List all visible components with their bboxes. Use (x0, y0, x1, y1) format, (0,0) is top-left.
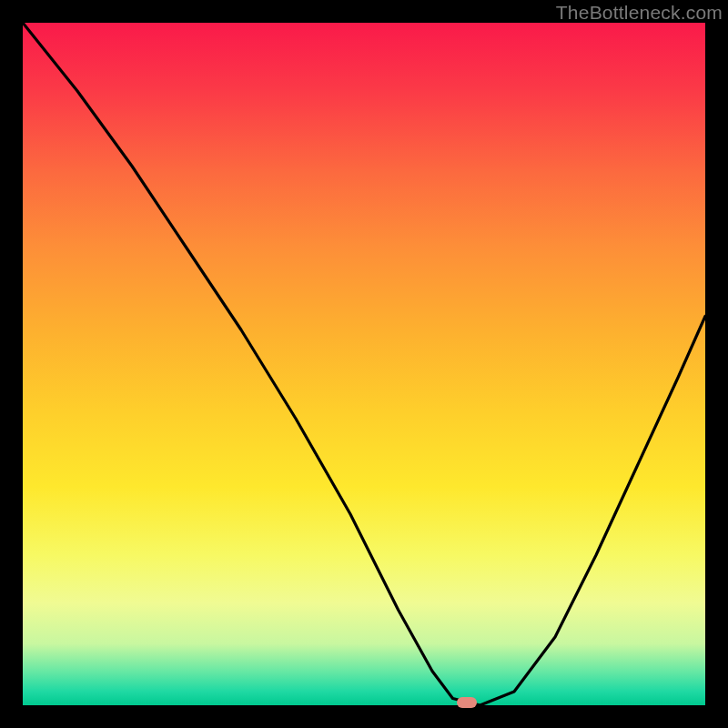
attribution-text: TheBottleneck.com (556, 2, 723, 24)
optimum-marker (457, 697, 477, 708)
bottleneck-curve (23, 23, 705, 705)
chart-stage: TheBottleneck.com (0, 0, 728, 728)
plot-area (23, 23, 705, 705)
